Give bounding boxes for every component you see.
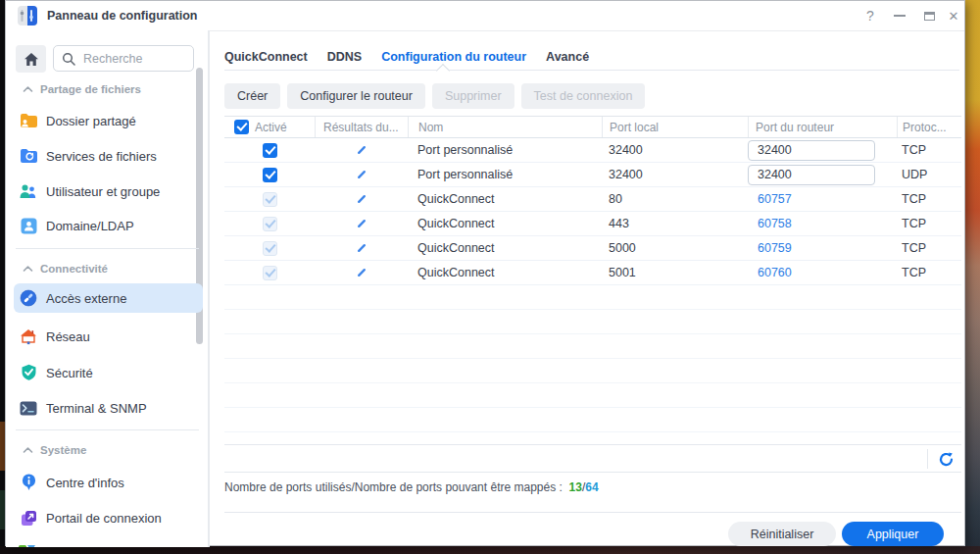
row-name-cell: QuickConnect [408, 187, 602, 211]
tab-ddns[interactable]: DDNS [327, 50, 362, 64]
router-port-link[interactable]: 60759 [748, 241, 792, 255]
router-port-link[interactable]: 60760 [748, 266, 792, 279]
tab-router-configuration[interactable]: Configuration du routeur [381, 50, 526, 64]
ports-count-status: Nombre de ports utilisés/Nombre de ports… [224, 480, 599, 494]
table-row[interactable]: Port personnalisé 32400 UDP [224, 163, 961, 187]
section-label: Système [40, 444, 86, 456]
sidebar-item-shared-folder[interactable]: Dossier partagé [14, 106, 203, 135]
toolbar: Créer Configurer le routeur Supprimer Te… [224, 83, 645, 109]
chevron-up-icon [23, 446, 33, 454]
row-protocol-cell: UDP [897, 163, 961, 186]
row-name-cell: QuickConnect [408, 236, 602, 260]
sidebar-item-network[interactable]: Réseau [14, 322, 203, 351]
title-bar: Panneau de configuration ? ✕ [6, 1, 964, 31]
create-button[interactable]: Créer [224, 83, 280, 109]
chevron-up-icon [23, 85, 33, 93]
row-protocol-cell: TCP [897, 138, 961, 162]
sidebar-item-user-group[interactable]: Utilisateur et groupe [14, 176, 203, 206]
tab-underline [224, 70, 959, 71]
row-result-cell [315, 187, 408, 211]
row-local-port-cell: 5001 [602, 261, 748, 284]
table-row[interactable]: QuickConnect 5000 60759 TCP [224, 236, 961, 261]
router-port-link[interactable]: 60758 [748, 217, 792, 230]
minimize-button[interactable] [887, 4, 912, 27]
reset-button[interactable]: Réinitialiser [728, 522, 836, 546]
row-protocol-cell: TCP [897, 261, 961, 284]
info-center-icon [19, 473, 38, 492]
row-local-port-cell: 443 [602, 212, 748, 235]
router-port-input[interactable] [748, 140, 875, 161]
test-result-icon [357, 243, 367, 253]
row-enabled-cell [224, 261, 315, 284]
row-router-port-cell: 60759 [748, 236, 897, 260]
table-header: Activé Résultats du... Nom Port local Po… [224, 116, 961, 138]
terminal-icon [19, 398, 38, 418]
sidebar: Partage de fichiers Dossier partagé [6, 30, 209, 547]
header-router-port: Port du routeur [748, 117, 897, 137]
row-enabled-cell [224, 236, 315, 260]
table-row[interactable]: QuickConnect 443 60758 TCP [224, 212, 961, 236]
row-router-port-cell: 60760 [748, 261, 897, 284]
search-input[interactable] [81, 51, 183, 67]
row-name-cell: QuickConnect [408, 212, 602, 235]
maximize-icon [924, 12, 935, 21]
section-system[interactable]: Système [6, 440, 202, 460]
minimize-icon [894, 15, 906, 17]
refresh-button[interactable] [934, 448, 957, 470]
row-checkbox[interactable] [263, 143, 277, 158]
home-icon [24, 52, 39, 67]
row-router-port-cell [748, 138, 897, 162]
test-result-icon [357, 194, 367, 204]
sidebar-item-file-services[interactable]: Services de fichiers [14, 141, 203, 171]
select-all-checkbox[interactable] [234, 120, 249, 134]
maximize-button[interactable] [916, 4, 942, 27]
tab-quickconnect[interactable]: QuickConnect [224, 50, 308, 64]
configure-router-button[interactable]: Configurer le routeur [287, 83, 425, 109]
ports-count-label: Nombre de ports utilisés/Nombre de ports… [224, 480, 563, 494]
sidebar-item-terminal-snmp[interactable]: Terminal & SNMP [14, 393, 203, 423]
row-checkbox[interactable] [263, 168, 277, 182]
section-connectivity[interactable]: Connectivité [6, 259, 202, 278]
section-file-sharing[interactable]: Partage de fichiers [6, 79, 202, 99]
footer-divider [927, 449, 928, 469]
header-enabled: Activé [224, 117, 315, 137]
router-port-input[interactable] [748, 165, 875, 185]
section-label: Partage de fichiers [40, 83, 141, 95]
sidebar-item-external-access[interactable]: Accès externe [14, 283, 203, 313]
sidebar-item-domain-ldap[interactable]: Domaine/LDAP [14, 211, 203, 240]
connection-test-button[interactable]: Test de connexion [521, 83, 646, 109]
home-button[interactable] [16, 45, 46, 73]
test-result-icon [357, 219, 367, 228]
ports-total-count: 64 [585, 480, 598, 494]
row-enabled-cell [224, 187, 315, 211]
row-result-cell [315, 212, 408, 235]
header-protocol: Protoc... [897, 117, 961, 137]
help-button[interactable]: ? [858, 4, 883, 27]
table-row[interactable]: QuickConnect 80 60757 TCP [224, 187, 961, 212]
row-enabled-cell [224, 212, 315, 235]
search-icon [62, 52, 75, 66]
sidebar-item-login-portal[interactable]: Portail de connexion [14, 503, 203, 532]
row-result-cell [315, 138, 408, 162]
close-button[interactable]: ✕ [941, 4, 966, 27]
control-panel-window: Panneau de configuration ? ✕ [5, 0, 965, 546]
table-row[interactable]: QuickConnect 5001 60760 TCP [224, 261, 961, 285]
row-checkbox-disabled [263, 217, 277, 231]
router-port-link[interactable]: 60757 [748, 192, 792, 206]
sidebar-item-info-center[interactable]: Centre d'infos [14, 468, 203, 497]
row-name-cell: Port personnalisé [408, 138, 602, 162]
tab-bar: QuickConnect DDNS Configuration du route… [224, 44, 589, 70]
table-footer-bar [224, 444, 961, 473]
security-shield-icon [19, 363, 38, 382]
row-router-port-cell: 60758 [748, 212, 897, 235]
sidebar-item-security[interactable]: Sécurité [14, 358, 203, 387]
sidebar-item-partial-icon [19, 539, 36, 547]
wallpaper-bottom-strip [0, 546, 980, 554]
table-row[interactable]: Port personnalisé 32400 TCP [224, 138, 961, 163]
delete-button[interactable]: Supprimer [432, 83, 514, 109]
empty-table-rows [224, 285, 961, 433]
test-result-icon [357, 145, 367, 155]
control-panel-icon [18, 6, 37, 25]
tab-advanced[interactable]: Avancé [546, 50, 589, 64]
apply-button[interactable]: Appliquer [842, 522, 944, 546]
